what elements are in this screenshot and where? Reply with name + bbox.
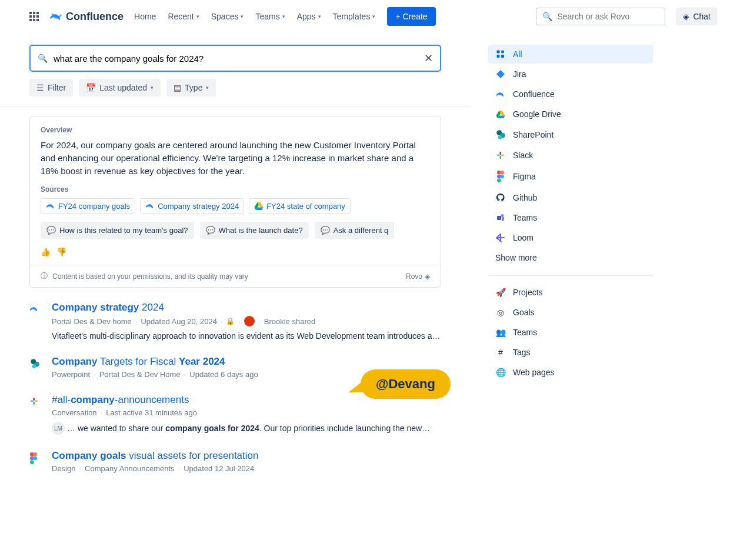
search-input-main[interactable]: 🔍 ✕: [29, 45, 441, 72]
search-query-field[interactable]: [54, 54, 418, 64]
sidebar-nav-web-pages[interactable]: 🌐Web pages: [488, 363, 653, 382]
sidebar-source-teams[interactable]: Teams: [488, 208, 653, 227]
filter-button[interactable]: ☰Filter: [29, 79, 73, 96]
nav-templates[interactable]: Templates▾: [333, 12, 376, 21]
result-meta: Design·Company Announcements·Updated 12 …: [52, 464, 441, 473]
chevron-down-icon: ▾: [282, 14, 285, 19]
source-chip[interactable]: Company strategy 2024: [140, 198, 244, 214]
all-icon: [495, 49, 506, 59]
result-meta: Conversation·Last active 31 minutes ago: [52, 408, 441, 417]
clear-search-icon[interactable]: ✕: [424, 52, 433, 65]
sidebar-source-figma[interactable]: Figma: [488, 166, 653, 187]
nav-icon: 👥: [495, 328, 506, 337]
result-title[interactable]: Company Targets for Fiscal Year 2024: [52, 356, 441, 368]
chat-icon: 💬: [321, 226, 330, 235]
confluence-icon: [495, 89, 506, 99]
rovo-icon: ◈: [425, 272, 430, 281]
sidebar-source-sharepoint[interactable]: SharePoint: [488, 125, 653, 145]
create-button[interactable]: +Create: [387, 7, 435, 26]
github-icon: [495, 193, 506, 202]
lock-icon: 🔒: [226, 317, 235, 325]
svg-point-24: [500, 171, 504, 175]
teams-icon: [495, 213, 506, 222]
svg-point-8: [33, 452, 37, 456]
nav-icon: 🚀: [495, 288, 506, 297]
sidebar-source-confluence[interactable]: Confluence: [488, 85, 653, 104]
sidebar-source-google-drive[interactable]: Google Drive: [488, 105, 653, 124]
svg-rect-5: [35, 401, 38, 402]
svg-point-27: [497, 178, 501, 182]
nav-icon: #: [495, 348, 506, 357]
source-chip[interactable]: FY24 company goals: [41, 198, 135, 214]
svg-point-26: [500, 175, 504, 179]
suggestion-chip[interactable]: 💬What is the launch date?: [200, 222, 309, 239]
result-snippet: Vitafleet's multi-disciplinary approach …: [52, 331, 441, 341]
overview-label: Overview: [41, 126, 430, 134]
sidebar-nav-goals[interactable]: ◎Goals: [488, 303, 653, 322]
thumbs-down-icon[interactable]: 👎: [56, 247, 66, 256]
figma-icon: [29, 450, 44, 473]
slack-icon: [495, 151, 506, 160]
avatar: LM: [52, 422, 65, 435]
info-icon: ⓘ: [41, 271, 48, 281]
app-switcher-icon[interactable]: [29, 12, 39, 21]
result-title[interactable]: #all-company-announcements: [52, 394, 441, 406]
suggestion-chip[interactable]: 💬How is this related to my team's goal?: [41, 222, 194, 239]
sidebar-source-loom[interactable]: Loom: [488, 228, 653, 247]
confluence-icon: [29, 302, 44, 341]
figma-icon: [495, 171, 506, 182]
result-title[interactable]: Company strategy 2024: [52, 302, 441, 314]
sidebar-source-jira[interactable]: Jira: [488, 65, 653, 84]
loom-icon: [495, 233, 506, 242]
nav-apps[interactable]: Apps▾: [297, 12, 321, 21]
confluence-icon: [49, 10, 62, 23]
nav-spaces[interactable]: Spaces▾: [211, 12, 244, 21]
gdrive-icon: [495, 109, 506, 119]
confluence-logo[interactable]: Confluence: [49, 10, 124, 23]
svg-point-2: [32, 364, 36, 368]
sidebar-nav-projects[interactable]: 🚀Projects: [488, 283, 653, 302]
filter-icon: ☰: [36, 83, 44, 92]
result-snippet: LM… we wanted to share our company goals…: [52, 422, 441, 435]
result-meta: Powerpoint·Portal Des & Dev Home·Updated…: [52, 370, 441, 379]
chevron-down-icon: ▾: [196, 14, 199, 19]
thumbs-up-icon[interactable]: 👍: [41, 247, 51, 256]
svg-rect-12: [497, 51, 500, 54]
search-result: Company strategy 2024Portal Des & Dev ho…: [29, 302, 441, 341]
chat-icon: 💬: [206, 226, 215, 235]
nav-icon: 🌐: [495, 368, 506, 377]
ai-answer-card: Overview For 2024, our company goals are…: [29, 116, 441, 288]
chat-icon: 💬: [46, 226, 56, 235]
filter-type[interactable]: ▤Type▾: [166, 79, 216, 96]
suggestion-chip[interactable]: 💬Ask a different q: [315, 222, 395, 239]
jira-icon: [495, 69, 506, 79]
nav-home[interactable]: Home: [134, 12, 156, 21]
svg-point-28: [501, 214, 504, 217]
disclaimer-text: Content is based on your permissions, an…: [52, 272, 248, 281]
svg-point-11: [30, 461, 34, 465]
source-chip[interactable]: FY24 state of company: [249, 198, 351, 214]
svg-rect-14: [497, 55, 500, 58]
global-search-input[interactable]: [557, 12, 659, 21]
global-search[interactable]: 🔍: [536, 8, 665, 25]
sidebar-source-all[interactable]: All: [488, 45, 653, 64]
sidebar-source-slack[interactable]: Slack: [488, 146, 653, 165]
search-result: Company goals visual assets for presenta…: [29, 450, 441, 473]
search-result: Company Targets for Fiscal Year 2024Powe…: [29, 356, 441, 379]
sidebar-source-github[interactable]: Github: [488, 188, 653, 207]
sidebar-nav-tags[interactable]: #Tags: [488, 343, 653, 362]
nav-recent[interactable]: Recent▾: [168, 12, 199, 21]
filter-last-updated[interactable]: 📅Last updated▾: [79, 79, 161, 96]
svg-point-18: [498, 135, 502, 139]
rovo-icon: ◈: [683, 12, 689, 21]
svg-rect-4: [34, 402, 35, 405]
chat-button[interactable]: ◈ Chat: [676, 8, 718, 25]
nav-teams[interactable]: Teams▾: [255, 12, 285, 21]
chevron-down-icon: ▾: [206, 85, 209, 91]
result-title[interactable]: Company goals visual assets for presenta…: [52, 450, 441, 462]
filter-row: ☰Filter 📅Last updated▾ ▤Type▾: [29, 79, 441, 96]
show-more-button[interactable]: Show more: [488, 247, 653, 268]
sidebar-nav-teams[interactable]: 👥Teams: [488, 323, 653, 342]
svg-rect-15: [501, 55, 504, 58]
svg-rect-22: [500, 152, 502, 155]
